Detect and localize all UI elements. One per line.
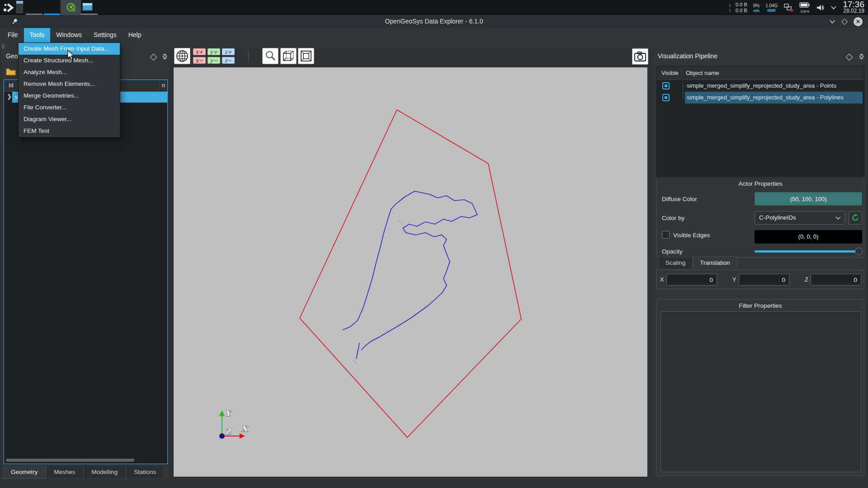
menu-item-fem-test[interactable]: FEM Test bbox=[19, 125, 120, 137]
menu-item-remove-mesh-elements[interactable]: Remove Mesh Elements... bbox=[19, 78, 120, 90]
clock-widget[interactable]: 17:36 28.02.19 bbox=[843, 1, 864, 14]
pipeline-row-points[interactable]: simple_merged_simplify_reprojected_study… bbox=[657, 80, 864, 92]
x-axis-label: X bbox=[241, 424, 249, 433]
upload-speed: 0.0 B bbox=[736, 8, 747, 14]
dock-float-button[interactable] bbox=[151, 53, 156, 61]
pager-desktop-2[interactable] bbox=[16, 4, 23, 7]
col-object-name[interactable]: Object name bbox=[686, 66, 719, 80]
window-title: OpenGeoSys Data Explorer - 6.1.0 bbox=[0, 15, 868, 28]
viewport-canvas[interactable]: Y X Z bbox=[174, 67, 647, 477]
menu-tools[interactable]: Tools bbox=[24, 28, 51, 43]
open-file-button[interactable] bbox=[5, 66, 17, 77]
screenshot-button[interactable] bbox=[632, 48, 648, 65]
network-disconnected-icon[interactable]: ✕ bbox=[783, 3, 793, 12]
coastline-polyline bbox=[343, 191, 477, 350]
pipeline-title: Visualization Pipeline bbox=[658, 52, 717, 60]
edge-color-button[interactable]: (0, 0, 0) bbox=[755, 230, 862, 244]
window-titlebar[interactable]: OpenGeoSys Data Explorer - 6.1.0 ✕ bbox=[0, 15, 868, 28]
task-indicator bbox=[26, 14, 42, 15]
horizontal-scrollbar[interactable] bbox=[6, 459, 134, 462]
view-x-minus-button[interactable]: x− bbox=[193, 57, 206, 64]
virtual-desktop-pager[interactable] bbox=[16, 1, 23, 14]
zoom-button[interactable] bbox=[262, 48, 278, 64]
parallel-view-button[interactable] bbox=[298, 48, 314, 64]
app-launcher-icon[interactable] bbox=[3, 2, 14, 14]
menu-windows[interactable]: Windows bbox=[50, 28, 88, 43]
qgis-icon bbox=[65, 2, 77, 14]
pipeline-row-label[interactable]: simple_merged_simplify_reprojected_study… bbox=[687, 80, 836, 92]
pipeline-row-label[interactable]: simple_merged_simplify_reprojected_study… bbox=[687, 92, 844, 103]
z-axis-dot bbox=[219, 433, 225, 439]
tab-stations[interactable]: Stations bbox=[126, 466, 164, 479]
menu-item-file-converter[interactable]: File Converter... bbox=[19, 102, 120, 113]
tab-geometry[interactable]: Geometry bbox=[3, 466, 46, 479]
color-by-value: C-PolylineIDs bbox=[759, 214, 796, 221]
volume-icon[interactable] bbox=[816, 4, 825, 11]
task-indicator bbox=[80, 14, 98, 15]
col-visible[interactable]: Visible bbox=[661, 66, 679, 80]
dock-close-button[interactable]: ✕ bbox=[859, 52, 863, 61]
view-z-plus-button[interactable]: z+ bbox=[222, 48, 235, 55]
tab-modelling[interactable]: Modelling bbox=[84, 466, 126, 479]
menu-item-analyze-mesh[interactable]: Analyze Mesh... bbox=[19, 66, 120, 78]
taskbar-window-app[interactable] bbox=[82, 2, 93, 13]
pipeline-row-polylines[interactable]: simple_merged_simplify_reprojected_study… bbox=[657, 92, 864, 103]
view-x-plus-button[interactable]: x+ bbox=[193, 48, 206, 55]
axis-view-buttons: x+ y+ z+ x− y− z− bbox=[193, 48, 235, 64]
pipeline-header[interactable]: Visible Object name bbox=[657, 66, 864, 80]
pipeline-tree-table[interactable]: Visible Object name simple_merged_simpli… bbox=[656, 66, 864, 178]
tab-scaling[interactable]: Scaling bbox=[658, 257, 693, 268]
pager-desktop-1[interactable] bbox=[16, 1, 23, 4]
opacity-label: Opacity bbox=[662, 248, 683, 255]
pager-desktop-4[interactable] bbox=[16, 10, 23, 13]
visibility-checkbox[interactable] bbox=[662, 82, 670, 89]
opacity-slider-handle[interactable] bbox=[855, 248, 863, 255]
view-y-plus-button[interactable]: y+ bbox=[208, 48, 220, 55]
system-tray: ↓ 0.0 B ↑ 0.0 B 9% 1.04G ✕ 100% bbox=[729, 0, 864, 15]
network-speed-widget[interactable]: ↓ 0.0 B ↑ 0.0 B bbox=[729, 2, 747, 14]
tab-translation[interactable]: Translation bbox=[693, 257, 737, 268]
taskbar-qgis-app[interactable] bbox=[61, 0, 81, 15]
close-button[interactable]: ✕ bbox=[854, 17, 863, 26]
minimize-button[interactable] bbox=[829, 19, 835, 24]
col-name[interactable]: n bbox=[162, 82, 165, 89]
menu-item-merge-geometries[interactable]: Merge Geometries... bbox=[19, 90, 120, 102]
toolbar-handle[interactable] bbox=[2, 44, 4, 49]
translation-y-input[interactable] bbox=[739, 274, 789, 286]
diffuse-color-button[interactable]: (50, 100, 100) bbox=[755, 192, 862, 206]
filter-properties-group: Filter Properties bbox=[656, 299, 864, 475]
render-viewport[interactable]: Y X Z bbox=[173, 67, 648, 477]
pager-desktop-3[interactable] bbox=[16, 7, 23, 10]
cpu-monitor-widget[interactable]: 9% bbox=[753, 3, 760, 12]
cpu-graph bbox=[753, 9, 760, 12]
maximize-button[interactable] bbox=[841, 18, 848, 24]
translation-x-input[interactable] bbox=[666, 274, 717, 286]
expand-chevron-icon[interactable]: ❯ bbox=[7, 93, 12, 100]
dock-close-button[interactable]: ✕ bbox=[163, 52, 167, 61]
color-by-label: Color by bbox=[662, 215, 684, 221]
refresh-icon bbox=[851, 214, 859, 222]
x-axis-arrow bbox=[240, 433, 245, 439]
dock-float-button[interactable] bbox=[847, 53, 852, 61]
tab-meshes[interactable]: Meshes bbox=[46, 466, 83, 479]
visible-edges-checkbox[interactable] bbox=[662, 231, 670, 239]
refresh-colors-button[interactable] bbox=[849, 211, 862, 225]
battery-widget[interactable]: 100% bbox=[799, 1, 810, 14]
opacity-slider[interactable] bbox=[755, 250, 862, 253]
battery-icon bbox=[799, 2, 810, 8]
menu-settings[interactable]: Settings bbox=[88, 28, 123, 43]
menu-help[interactable]: Help bbox=[123, 28, 147, 43]
memory-monitor-widget[interactable]: 1.04G bbox=[765, 3, 778, 12]
col-id[interactable]: Id bbox=[9, 82, 14, 89]
view-z-minus-button[interactable]: z− bbox=[222, 57, 235, 64]
globe-view-button[interactable] bbox=[174, 48, 190, 64]
view-y-minus-button[interactable]: y− bbox=[208, 57, 220, 64]
menu-item-diagram-viewer[interactable]: Diagram Viewer... bbox=[19, 113, 120, 125]
visibility-checkbox[interactable] bbox=[662, 94, 670, 101]
perspective-view-button[interactable] bbox=[280, 48, 297, 64]
tray-expander-chevron-icon[interactable] bbox=[830, 5, 837, 10]
translation-z-input[interactable] bbox=[811, 274, 861, 286]
color-by-combobox[interactable]: C-PolylineIDs bbox=[755, 211, 845, 225]
menu-file[interactable]: File bbox=[2, 28, 24, 43]
square-in-square-icon bbox=[300, 50, 312, 62]
